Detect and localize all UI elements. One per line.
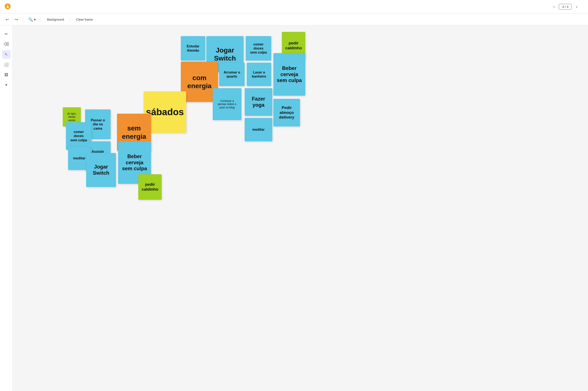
sticky-note[interactable]: Jogar Switch (86, 153, 116, 187)
sticky-note[interactable]: Beber cerveja sem culpa (273, 53, 305, 96)
sticky-note[interactable]: meditar (245, 118, 272, 141)
title-bar: ‹ 3 / 3 › (0, 0, 588, 14)
sticky-note[interactable]: comer doces sem culpa (246, 36, 271, 61)
sticky-note[interactable]: Fazer yoga (245, 88, 272, 116)
sticky-note[interactable]: pedir caldinho (138, 174, 162, 200)
zoom-dropdown-icon: ▾ (34, 17, 36, 22)
left-sidebar: ✏ ⌫ ↖ ⬜ 🖼 ✦ (0, 25, 13, 391)
prev-page-button[interactable]: ‹ (551, 3, 557, 10)
undo-button[interactable]: ↩ (3, 16, 11, 23)
sticky-note[interactable]: Pedir almoço delivery (273, 99, 300, 126)
shapes-tool-button[interactable]: ✦ (2, 81, 11, 89)
eraser-tool-button[interactable]: ⌫ (2, 40, 11, 48)
select-tool-button[interactable]: ↖ (2, 50, 11, 59)
canvas: Estudar AlemãoJogar Switchcomer doces se… (13, 25, 588, 391)
sticky-note[interactable]: Começar a pensar sobre o post no blog (213, 88, 241, 120)
toolbar-separator-2 (41, 16, 41, 22)
zoom-icon: 🔍 (28, 17, 33, 22)
page-indicator: 3 / 3 (559, 4, 572, 9)
background-button[interactable]: Background (44, 16, 67, 22)
toolbar-separator-1 (23, 16, 23, 22)
next-page-button[interactable]: › (574, 3, 580, 10)
toolbar-separator-3 (70, 16, 70, 22)
sticky-note[interactable]: Lavar o banheiro (247, 63, 271, 86)
sticky-note[interactable]: Estudar Alemão (181, 36, 205, 61)
toolbar: ↩ ↪ 🔍 ▾ Background Clear frame (0, 14, 588, 25)
image-tool-button[interactable]: 🖼 (2, 71, 11, 79)
sticky-note[interactable]: Arrumar o quarto (219, 63, 245, 86)
app-logo (4, 3, 11, 11)
zoom-button[interactable]: 🔍 ▾ (26, 16, 38, 23)
clear-frame-button[interactable]: Clear frame (73, 16, 96, 22)
canvas-inner: Estudar AlemãoJogar Switchcomer doces se… (13, 25, 588, 391)
pen-tool-button[interactable]: ✏ (2, 30, 11, 38)
redo-button[interactable]: ↪ (12, 16, 20, 23)
sticky-note[interactable]: com energia (181, 62, 218, 102)
nav-controls: ‹ 3 / 3 › (551, 3, 580, 10)
frame-tool-button[interactable]: ⬜ (2, 60, 11, 69)
